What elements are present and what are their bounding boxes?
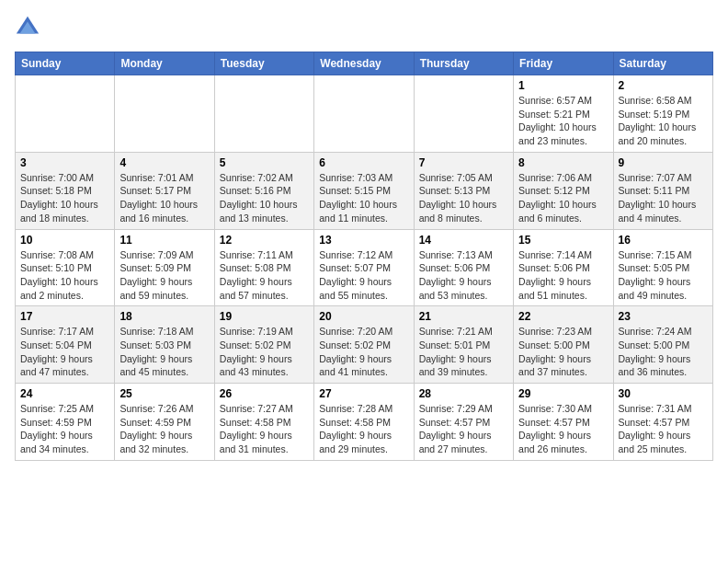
logo [15, 15, 44, 40]
day-info: Sunrise: 7:08 AM Sunset: 5:10 PM Dayligh… [20, 248, 109, 303]
day-number: 30 [619, 387, 708, 400]
day-number: 3 [20, 156, 109, 169]
day-info: Sunrise: 7:20 AM Sunset: 5:02 PM Dayligh… [319, 325, 408, 379]
calendar-cell: 8Sunrise: 7:06 AM Sunset: 5:12 PM Daylig… [514, 152, 613, 229]
calendar-week-row: 3Sunrise: 7:00 AM Sunset: 5:18 PM Daylig… [16, 152, 713, 229]
day-info: Sunrise: 6:58 AM Sunset: 5:19 PM Dayligh… [619, 94, 708, 148]
day-number: 25 [119, 387, 209, 400]
calendar-cell: 24Sunrise: 7:25 AM Sunset: 4:59 PM Dayli… [16, 384, 115, 461]
weekday-header: Tuesday [214, 52, 313, 75]
weekday-header: Monday [115, 52, 214, 75]
day-info: Sunrise: 7:00 AM Sunset: 5:18 PM Dayligh… [20, 171, 109, 225]
day-number: 17 [20, 310, 109, 323]
day-number: 14 [419, 234, 508, 247]
day-number: 6 [319, 156, 408, 169]
calendar-cell: 15Sunrise: 7:14 AM Sunset: 5:06 PM Dayli… [514, 229, 613, 306]
day-number: 23 [619, 310, 708, 323]
day-info: Sunrise: 7:07 AM Sunset: 5:11 PM Dayligh… [619, 171, 708, 225]
day-number: 29 [518, 387, 608, 400]
day-info: Sunrise: 7:18 AM Sunset: 5:03 PM Dayligh… [119, 325, 209, 379]
calendar-cell: 13Sunrise: 7:12 AM Sunset: 5:07 PM Dayli… [314, 229, 414, 306]
day-number: 24 [20, 387, 109, 400]
day-info: Sunrise: 7:21 AM Sunset: 5:01 PM Dayligh… [419, 325, 508, 379]
day-info: Sunrise: 7:06 AM Sunset: 5:12 PM Dayligh… [518, 171, 608, 225]
weekday-header: Sunday [16, 52, 115, 75]
day-info: Sunrise: 7:19 AM Sunset: 5:02 PM Dayligh… [220, 325, 309, 379]
calendar-cell: 18Sunrise: 7:18 AM Sunset: 5:03 PM Dayli… [115, 306, 214, 384]
calendar-cell: 4Sunrise: 7:01 AM Sunset: 5:17 PM Daylig… [115, 152, 214, 229]
calendar-table: SundayMondayTuesdayWednesdayThursdayFrid… [15, 52, 713, 461]
weekday-header: Wednesday [314, 52, 414, 75]
day-info: Sunrise: 7:31 AM Sunset: 4:57 PM Dayligh… [619, 402, 708, 456]
calendar-week-row: 17Sunrise: 7:17 AM Sunset: 5:04 PM Dayli… [16, 306, 713, 384]
day-info: Sunrise: 7:25 AM Sunset: 4:59 PM Dayligh… [20, 402, 109, 456]
day-number: 22 [518, 310, 608, 323]
day-number: 2 [619, 79, 708, 92]
day-number: 21 [419, 310, 508, 323]
day-number: 5 [220, 156, 309, 169]
day-info: Sunrise: 7:01 AM Sunset: 5:17 PM Dayligh… [119, 171, 209, 225]
day-info: Sunrise: 7:27 AM Sunset: 4:58 PM Dayligh… [220, 402, 309, 456]
day-number: 9 [619, 156, 708, 169]
day-number: 19 [220, 310, 309, 323]
calendar-cell [16, 75, 115, 153]
day-info: Sunrise: 7:15 AM Sunset: 5:05 PM Dayligh… [619, 248, 708, 303]
day-number: 28 [419, 387, 508, 400]
calendar-cell [214, 75, 313, 153]
calendar-cell: 28Sunrise: 7:29 AM Sunset: 4:57 PM Dayli… [414, 384, 513, 461]
day-number: 26 [220, 387, 309, 400]
calendar-cell: 6Sunrise: 7:03 AM Sunset: 5:15 PM Daylig… [314, 152, 414, 229]
day-info: Sunrise: 7:28 AM Sunset: 4:58 PM Dayligh… [319, 402, 408, 456]
day-info: Sunrise: 7:03 AM Sunset: 5:15 PM Dayligh… [319, 171, 408, 225]
calendar-cell: 27Sunrise: 7:28 AM Sunset: 4:58 PM Dayli… [314, 384, 414, 461]
day-number: 15 [518, 234, 608, 247]
day-info: Sunrise: 7:12 AM Sunset: 5:07 PM Dayligh… [319, 248, 408, 303]
calendar-cell: 17Sunrise: 7:17 AM Sunset: 5:04 PM Dayli… [16, 306, 115, 384]
day-number: 12 [220, 234, 309, 247]
day-info: Sunrise: 6:57 AM Sunset: 5:21 PM Dayligh… [518, 94, 608, 148]
day-info: Sunrise: 7:17 AM Sunset: 5:04 PM Dayligh… [20, 325, 109, 379]
day-number: 27 [319, 387, 408, 400]
calendar-week-row: 24Sunrise: 7:25 AM Sunset: 4:59 PM Dayli… [16, 384, 713, 461]
calendar-cell [115, 75, 214, 153]
day-number: 20 [319, 310, 408, 323]
day-info: Sunrise: 7:23 AM Sunset: 5:00 PM Dayligh… [518, 325, 608, 379]
logo-icon [15, 15, 40, 40]
calendar-cell: 3Sunrise: 7:00 AM Sunset: 5:18 PM Daylig… [16, 152, 115, 229]
calendar-cell: 22Sunrise: 7:23 AM Sunset: 5:00 PM Dayli… [514, 306, 613, 384]
weekday-header: Friday [514, 52, 613, 75]
calendar-cell: 2Sunrise: 6:58 AM Sunset: 5:19 PM Daylig… [613, 75, 712, 153]
calendar-cell: 14Sunrise: 7:13 AM Sunset: 5:06 PM Dayli… [414, 229, 513, 306]
day-info: Sunrise: 7:30 AM Sunset: 4:57 PM Dayligh… [518, 402, 608, 456]
calendar-cell: 21Sunrise: 7:21 AM Sunset: 5:01 PM Dayli… [414, 306, 513, 384]
day-number: 10 [20, 234, 109, 247]
calendar-cell: 20Sunrise: 7:20 AM Sunset: 5:02 PM Dayli… [314, 306, 414, 384]
calendar-cell: 9Sunrise: 7:07 AM Sunset: 5:11 PM Daylig… [613, 152, 712, 229]
calendar-cell: 10Sunrise: 7:08 AM Sunset: 5:10 PM Dayli… [16, 229, 115, 306]
calendar-cell: 1Sunrise: 6:57 AM Sunset: 5:21 PM Daylig… [514, 75, 613, 153]
day-number: 13 [319, 234, 408, 247]
calendar-cell: 5Sunrise: 7:02 AM Sunset: 5:16 PM Daylig… [214, 152, 313, 229]
day-info: Sunrise: 7:09 AM Sunset: 5:09 PM Dayligh… [119, 248, 209, 303]
day-info: Sunrise: 7:14 AM Sunset: 5:06 PM Dayligh… [518, 248, 608, 303]
day-number: 16 [619, 234, 708, 247]
day-info: Sunrise: 7:13 AM Sunset: 5:06 PM Dayligh… [419, 248, 508, 303]
calendar-week-row: 10Sunrise: 7:08 AM Sunset: 5:10 PM Dayli… [16, 229, 713, 306]
day-number: 1 [518, 79, 608, 92]
weekday-header: Saturday [613, 52, 712, 75]
calendar-cell [314, 75, 414, 153]
calendar-header-row: SundayMondayTuesdayWednesdayThursdayFrid… [16, 52, 713, 75]
calendar-cell: 19Sunrise: 7:19 AM Sunset: 5:02 PM Dayli… [214, 306, 313, 384]
calendar-cell: 16Sunrise: 7:15 AM Sunset: 5:05 PM Dayli… [613, 229, 712, 306]
day-number: 18 [119, 310, 209, 323]
day-info: Sunrise: 7:11 AM Sunset: 5:08 PM Dayligh… [220, 248, 309, 303]
day-info: Sunrise: 7:29 AM Sunset: 4:57 PM Dayligh… [419, 402, 508, 456]
calendar-cell: 11Sunrise: 7:09 AM Sunset: 5:09 PM Dayli… [115, 229, 214, 306]
calendar-week-row: 1Sunrise: 6:57 AM Sunset: 5:21 PM Daylig… [16, 75, 713, 153]
day-info: Sunrise: 7:05 AM Sunset: 5:13 PM Dayligh… [419, 171, 508, 225]
calendar-cell: 29Sunrise: 7:30 AM Sunset: 4:57 PM Dayli… [514, 384, 613, 461]
day-number: 8 [518, 156, 608, 169]
day-info: Sunrise: 7:24 AM Sunset: 5:00 PM Dayligh… [619, 325, 708, 379]
day-info: Sunrise: 7:02 AM Sunset: 5:16 PM Dayligh… [220, 171, 309, 225]
calendar-cell [414, 75, 513, 153]
